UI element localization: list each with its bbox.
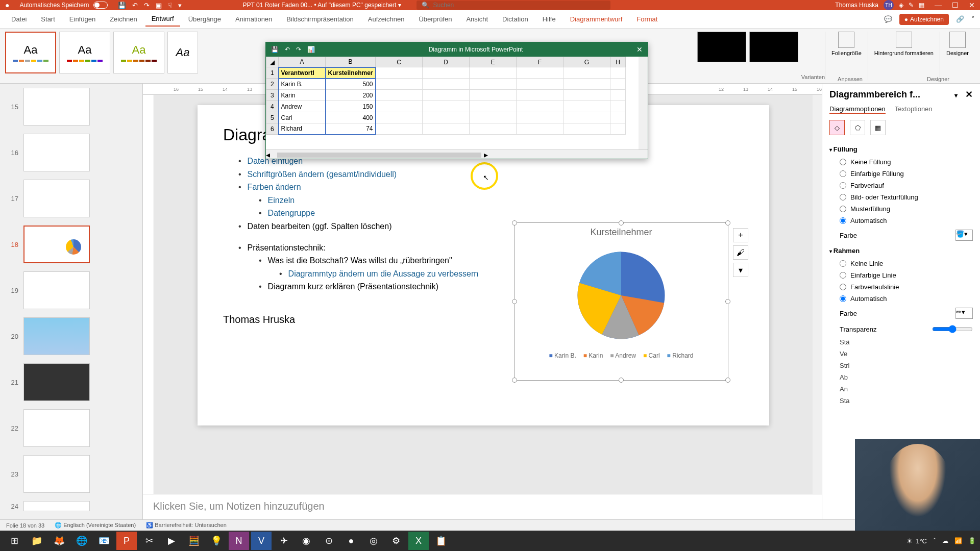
slide-body[interactable]: Daten einfügen Schriftgrößen ändern (ges…	[223, 155, 744, 233]
excel-close-icon[interactable]: ✕	[636, 45, 643, 54]
explorer-icon[interactable]: 📁	[27, 532, 47, 550]
app1-icon[interactable]: ◉	[296, 532, 316, 550]
tray-battery-icon[interactable]: 🔋	[968, 537, 976, 544]
excel-undo-icon[interactable]: ↶	[285, 46, 290, 53]
col-G[interactable]: G	[564, 57, 610, 67]
undo-icon[interactable]: ↶	[132, 2, 138, 9]
thumb-24[interactable]: 24	[0, 497, 142, 515]
chart-placeholder[interactable]: Kursteilnehmer	[514, 222, 728, 381]
tab-uebergaenge[interactable]: Übergänge	[182, 12, 227, 26]
tab-datei[interactable]: Datei	[5, 12, 33, 26]
tab-zeichnen[interactable]: Zeichnen	[104, 12, 143, 26]
hintergrund-section[interactable]: Hintergrund formatieren	[868, 32, 940, 80]
vlc-icon[interactable]: ▶	[161, 532, 182, 550]
grid-icon[interactable]: ▦	[919, 2, 924, 9]
collapse-icon[interactable]: ˅	[971, 15, 975, 23]
canvas-vscrollbar[interactable]	[813, 95, 822, 494]
cell-C1[interactable]	[376, 67, 423, 79]
thumb-22[interactable]: 22	[0, 405, 142, 451]
excel-grid[interactable]: ◢ A B C D E F G H 1 Verantwortl Kursteil…	[266, 57, 648, 135]
thumb-21[interactable]: 21	[0, 359, 142, 405]
touch-icon[interactable]: ☟	[168, 2, 172, 9]
tab-format[interactable]: Format	[630, 12, 664, 26]
cell-A4[interactable]: Andrew	[279, 101, 326, 112]
cell-B4[interactable]: 150	[326, 101, 376, 112]
effects-icon[interactable]: ⬠	[850, 120, 865, 135]
theme-1[interactable]: Aa	[5, 32, 56, 73]
pane-close-icon[interactable]: ✕	[965, 89, 973, 99]
tray-onedrive-icon[interactable]: ☁	[942, 537, 948, 544]
cell-A5[interactable]: Carl	[279, 112, 326, 123]
share-icon[interactable]: 🔗	[956, 15, 964, 23]
radio-no-line[interactable]	[840, 260, 846, 267]
settings-icon[interactable]: ⚙	[386, 532, 406, 550]
tray-network-icon[interactable]: 📶	[954, 537, 962, 544]
calc-icon[interactable]: 🧮	[184, 532, 204, 550]
tips-icon[interactable]: 💡	[206, 532, 227, 550]
record-button[interactable]: Aufzeichnen	[899, 14, 949, 25]
thumb-15[interactable]: 15	[0, 84, 142, 130]
tab-einfuegen[interactable]: Einfügen	[63, 12, 102, 26]
thumb-20[interactable]: 20	[0, 313, 142, 359]
tab-bildschirm[interactable]: Bildschirmpräsentation	[280, 12, 360, 26]
radio-auto-fill[interactable]	[840, 217, 846, 224]
visio-icon[interactable]: V	[251, 532, 272, 550]
transparency-slider[interactable]	[932, 325, 973, 333]
excel-chart-icon[interactable]: 📊	[307, 46, 315, 53]
lang-indicator[interactable]: 🌐 Englisch (Vereinigte Staaten)	[55, 522, 136, 529]
theme-2[interactable]: Aa	[59, 32, 110, 73]
foliengroesse-section[interactable]: Foliengröße	[825, 32, 868, 80]
pane-tab-text[interactable]: Textoptionen	[895, 105, 933, 114]
radio-solid-fill[interactable]	[840, 170, 846, 177]
tab-dictation[interactable]: Dictation	[496, 12, 534, 26]
tray-chevron-icon[interactable]: ˄	[933, 537, 936, 544]
filename-area[interactable]: PPT 01 Roter Faden 00... • Auf "diesem P…	[243, 2, 401, 9]
more-icon[interactable]: ▾	[178, 2, 182, 9]
app2-icon[interactable]: ⊙	[318, 532, 339, 550]
line-color-picker[interactable]: ✏▾	[955, 308, 973, 319]
radio-no-fill[interactable]	[840, 159, 846, 165]
fill-line-icon[interactable]: ◇	[829, 120, 845, 135]
row-1[interactable]: 1	[266, 67, 279, 79]
cell-A6[interactable]: Richard	[279, 123, 326, 135]
select-all-cell[interactable]: ◢	[266, 57, 279, 67]
cell-A2[interactable]: Karin B.	[279, 79, 326, 90]
onenote-icon[interactable]: N	[229, 532, 249, 550]
excel-redo-icon[interactable]: ↷	[296, 46, 301, 53]
slideshow-icon[interactable]: ▣	[156, 2, 162, 9]
thumb-17[interactable]: 17	[0, 176, 142, 221]
cell-B6[interactable]: 74	[326, 123, 376, 135]
radio-gradient-line[interactable]	[840, 284, 846, 290]
telegram-icon[interactable]: ✈	[274, 532, 294, 550]
accessibility-indicator[interactable]: ♿ Barrierefreiheit: Untersuchen	[146, 522, 227, 529]
cell-B5[interactable]: 400	[326, 112, 376, 123]
firefox-icon[interactable]: 🦊	[49, 532, 69, 550]
user-area[interactable]: Thomas Hruska TH ◈ ✎ ▦	[835, 0, 924, 10]
user-avatar[interactable]: TH	[884, 0, 894, 10]
diamond-icon[interactable]: ◈	[899, 2, 903, 9]
start-button[interactable]: ⊞	[4, 532, 24, 550]
outlook-icon[interactable]: 📧	[94, 532, 114, 550]
comments-icon[interactable]: 💬	[884, 15, 892, 23]
tab-aufzeichnen[interactable]: Aufzeichnen	[362, 12, 411, 26]
chart-plus-button[interactable]: +	[733, 228, 748, 242]
theme-4[interactable]: Aa	[167, 32, 198, 73]
fill-color-picker[interactable]: 🪣▾	[955, 230, 973, 241]
thumb-23[interactable]: 23	[0, 451, 142, 497]
app4-icon[interactable]: ◎	[363, 532, 384, 550]
col-E[interactable]: E	[470, 57, 517, 67]
thumb-18[interactable]: 18	[0, 221, 142, 267]
radio-gradient-fill[interactable]	[840, 182, 846, 189]
maximize-icon[interactable]: ☐	[952, 1, 959, 9]
weather-widget[interactable]: ☀ 1°C	[906, 537, 927, 545]
fill-section-header[interactable]: Füllung	[829, 142, 973, 156]
variant-1[interactable]	[697, 32, 746, 62]
cell-B3[interactable]: 200	[326, 90, 376, 101]
cell-A3[interactable]: Karin	[279, 90, 326, 101]
app3-icon[interactable]: ●	[341, 532, 361, 550]
chrome-icon[interactable]: 🌐	[71, 532, 92, 550]
size-props-icon[interactable]: ▦	[870, 120, 886, 135]
save-icon[interactable]: 💾	[118, 2, 126, 9]
col-B[interactable]: B	[326, 57, 376, 67]
search-input[interactable]	[433, 2, 605, 9]
